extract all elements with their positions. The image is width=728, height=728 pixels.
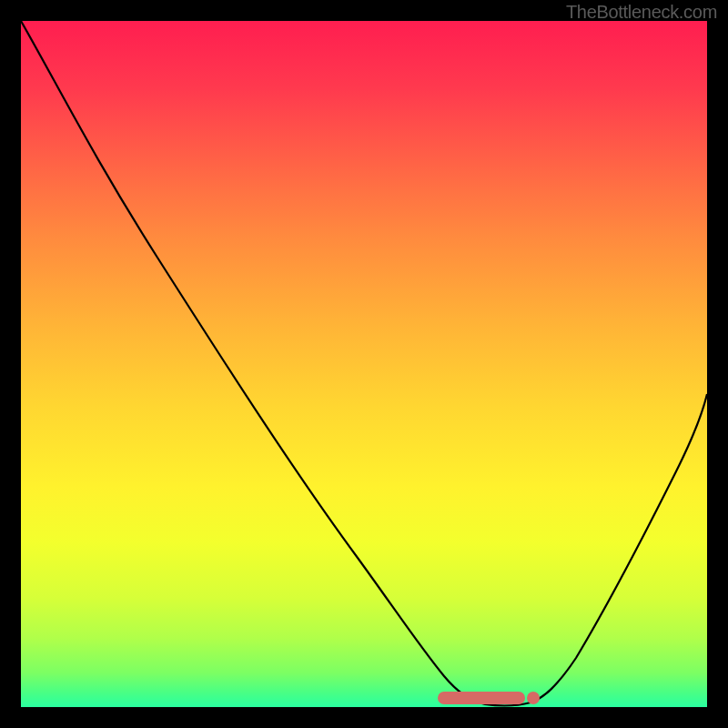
watermark-text: TheBottleneck.com <box>566 2 717 23</box>
chart-curve-svg <box>21 21 707 707</box>
chart-plot-area <box>21 21 707 707</box>
optimal-range-marker <box>438 692 525 704</box>
bottleneck-curve-path <box>21 21 707 705</box>
chart-frame <box>21 21 707 707</box>
optimal-point-marker <box>527 692 540 704</box>
